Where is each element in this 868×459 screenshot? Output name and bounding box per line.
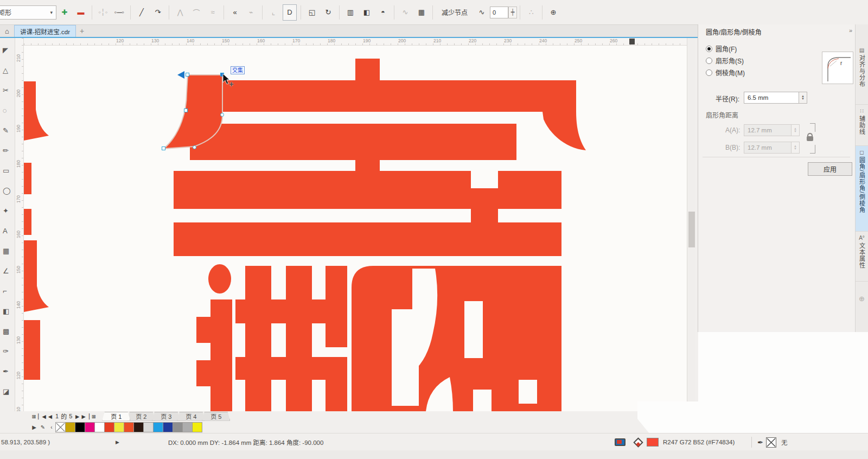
page-tab-5[interactable]: 页 5 <box>202 412 230 421</box>
reverse-direction-button[interactable]: « <box>228 4 242 21</box>
radio-chamfer[interactable]: 倒棱角(M) <box>706 68 745 77</box>
freehand-tool[interactable]: ✎ <box>2 120 15 141</box>
select-all-nodes-button[interactable]: ▦ <box>414 4 429 21</box>
stretch-nodes-button[interactable]: ◱ <box>305 4 319 21</box>
add-page-end-button[interactable]: ⊞ <box>90 412 98 420</box>
ellipse-tool[interactable]: ◯ <box>2 181 15 201</box>
link-values-toggle[interactable] <box>805 123 816 154</box>
drawing-canvas[interactable]: + 交集 <box>24 46 687 411</box>
swatch-gray[interactable] <box>173 422 183 432</box>
home-icon[interactable]: ⌂ <box>0 25 14 37</box>
selection-mode-dropdown[interactable]: 矩形 ▾ <box>0 5 56 20</box>
extract-subpath-icon: ⌞ <box>272 8 275 16</box>
page-tab-1[interactable]: 页 1 <box>102 412 130 421</box>
new-document-tab-button[interactable]: + <box>76 25 88 37</box>
swatch-red[interactable] <box>104 422 114 432</box>
add-toolbar-items-button[interactable]: ⊕ <box>546 4 560 21</box>
convert-to-curve-button[interactable]: ↷ <box>151 4 165 21</box>
swatch-dark-blue[interactable] <box>163 422 173 432</box>
swatch-white[interactable] <box>94 422 105 432</box>
drop-shadow-tool[interactable]: ◪ <box>2 381 15 401</box>
fillet-docker: 圆角(F) 扇形角(S) 倒棱角(M) r 半径(R): 6.5 mm ▲▼ 扇… <box>698 39 855 332</box>
radio-fillet[interactable]: 圆角(F) <box>706 44 737 53</box>
curve-node[interactable] <box>186 73 189 76</box>
previous-page-button[interactable]: ◀ <box>46 412 54 420</box>
join-nodes-button[interactable]: ◦─◦ <box>112 4 126 21</box>
radius-spinner[interactable]: ▲▼ <box>799 92 807 104</box>
dimension-tool[interactable]: ∠ <box>2 261 15 281</box>
tab-text-properties[interactable]: A° 文本属性 <box>856 232 868 282</box>
swatch-black[interactable] <box>75 422 85 432</box>
eyedropper-tool[interactable]: ✑ <box>2 341 15 361</box>
horizontal-ruler[interactable]: 120 130 140 150 160 170 180 190 200 210 … <box>24 38 687 46</box>
close-curve-button[interactable]: D <box>283 4 297 21</box>
color-proof-icon[interactable] <box>615 433 626 451</box>
convert-to-line-button[interactable]: ╱ <box>135 4 149 21</box>
document-tab[interactable]: 讲课-招财进宝.cdr <box>14 25 76 37</box>
vertical-scrollbar[interactable] <box>687 38 695 411</box>
curve-smoothness-input[interactable]: 0 <box>490 7 508 18</box>
first-page-button[interactable]: ▏◀ <box>38 412 46 420</box>
radius-input[interactable]: 6.5 mm <box>744 92 799 104</box>
swatch-blue[interactable] <box>153 422 163 432</box>
mesh-fill-tool[interactable]: ▩ <box>2 321 15 341</box>
radio-scallop[interactable]: 扇形角(S) <box>706 56 744 65</box>
last-page-button[interactable]: ▶▕ <box>81 412 90 420</box>
connector-tool[interactable]: ⌐ <box>2 281 15 301</box>
outline-pen-tool[interactable]: ✒ <box>2 361 15 381</box>
add-node-button[interactable]: ✚ <box>58 4 72 21</box>
pick-tool[interactable]: ◤ <box>2 40 15 60</box>
crop-tool[interactable]: ✂ <box>2 80 15 100</box>
curve-node[interactable] <box>162 146 165 150</box>
reflect-vertical-button[interactable]: ◓ <box>376 4 390 21</box>
reflect-horizontal-button[interactable]: ◧ <box>360 4 374 21</box>
align-nodes-button[interactable]: ▥ <box>343 4 358 21</box>
swatch-magenta[interactable] <box>85 422 95 432</box>
curve-smoothness-slider[interactable]: ┿ <box>508 7 517 18</box>
swatch-dark-brown[interactable] <box>133 422 144 432</box>
interactive-fill-tool[interactable]: ◧ <box>2 301 15 321</box>
apply-button[interactable]: 应用 <box>808 162 852 176</box>
polygon-tool[interactable]: ✦ <box>2 201 15 221</box>
swatch-gold[interactable] <box>65 422 75 432</box>
page-tab-4[interactable]: 页 4 <box>177 412 205 421</box>
swatch-light-gray[interactable] <box>143 422 154 432</box>
shape-tool[interactable]: △ <box>2 60 15 80</box>
smooth-node-icon: ⌒ <box>193 7 200 17</box>
next-page-button[interactable]: ▶ <box>73 412 81 420</box>
docker-collapse-icon[interactable]: » <box>849 27 852 34</box>
reduce-nodes-button[interactable]: 减少节点 <box>437 5 472 20</box>
fill-color-swatch[interactable] <box>647 433 659 451</box>
rotate-nodes-button[interactable]: ↻ <box>321 4 335 21</box>
delete-node-button[interactable]: ▬ <box>74 4 88 21</box>
artistic-media-tool[interactable]: ✏ <box>2 141 15 161</box>
plus-circle-icon: ⊕ <box>551 8 557 16</box>
corner-preview: r <box>822 52 853 84</box>
tab-align-distribute[interactable]: ▤ 对齐与分布 <box>856 44 868 105</box>
curve-node[interactable] <box>220 113 224 117</box>
curve-node[interactable] <box>193 145 196 149</box>
swatch-silver[interactable] <box>182 422 193 432</box>
spinner-down-icon: ▼ <box>794 148 797 150</box>
swatch-bright-yellow[interactable] <box>192 422 202 432</box>
swatch-no-color[interactable] <box>55 422 66 432</box>
tab-guidelines[interactable]: ∷ 辅助线 <box>856 105 868 146</box>
fill-icon[interactable] <box>635 433 642 451</box>
swatch-orange-red[interactable] <box>124 422 134 432</box>
palette-eyedropper-icon[interactable]: ✎ <box>39 422 47 432</box>
table-tool[interactable]: ▦ <box>2 241 15 261</box>
add-docker-button[interactable]: ⊕ <box>859 295 865 303</box>
tab-fillet-scallop-chamfer[interactable]: ◻ 圆角/扇形角/倒棱角 <box>856 146 868 232</box>
text-tool[interactable]: A <box>2 221 15 241</box>
zoom-tool[interactable]: ◌ <box>2 100 15 120</box>
vertical-ruler[interactable]: 210 200 190 180 170 160 150 140 130 120 … <box>15 38 24 411</box>
swatch-yellow[interactable] <box>114 422 124 432</box>
rectangle-tool[interactable]: ▭ <box>2 161 15 181</box>
palette-scroll-icon[interactable]: ▶ <box>30 422 39 432</box>
vertical-scrollbar-thumb[interactable] <box>688 212 695 247</box>
curve-node[interactable] <box>184 109 188 112</box>
page-tab-3[interactable]: 页 3 <box>152 412 180 421</box>
page-tab-2[interactable]: 页 2 <box>127 412 155 421</box>
palette-expand-icon[interactable]: ‹ <box>47 422 56 432</box>
add-page-start-button[interactable]: ⊞ <box>30 412 38 420</box>
